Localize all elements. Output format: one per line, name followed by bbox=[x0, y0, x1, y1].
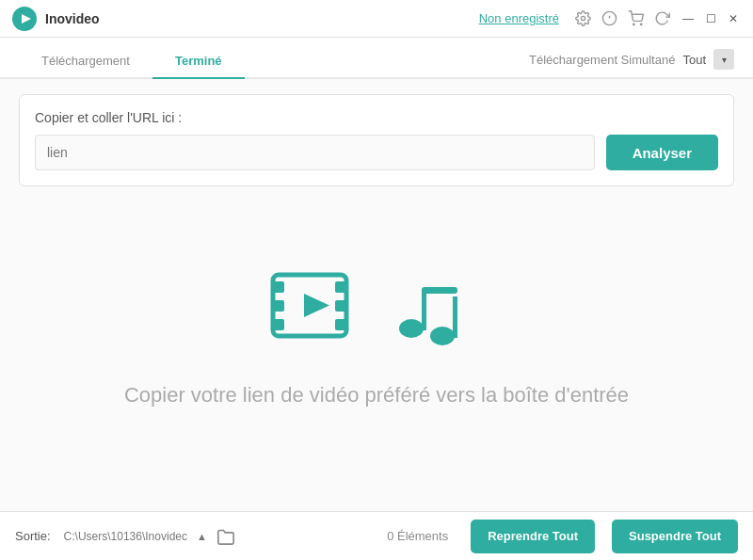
url-section: Copier et coller l'URL ici : Analyser bbox=[19, 94, 734, 186]
url-input-row: Analyser bbox=[35, 135, 718, 170]
svg-point-18 bbox=[430, 327, 455, 345]
footer: Sortie: C:\Users\10136\Inovidec ▲ 0 Élém… bbox=[0, 511, 753, 560]
sortie-label: Sortie: bbox=[15, 529, 51, 543]
window-controls: — ☐ ✕ bbox=[680, 10, 742, 27]
system-icons bbox=[574, 10, 670, 27]
svg-point-7 bbox=[640, 24, 641, 24]
cart-icon[interactable] bbox=[627, 10, 644, 27]
svg-rect-12 bbox=[335, 281, 346, 293]
svg-rect-19 bbox=[453, 296, 457, 338]
maximize-button[interactable]: ☐ bbox=[702, 10, 719, 27]
elements-count: 0 Éléments bbox=[387, 529, 448, 543]
svg-point-16 bbox=[399, 319, 424, 338]
video-icon bbox=[268, 261, 372, 355]
settings-icon[interactable] bbox=[574, 10, 591, 27]
tab-telechargement[interactable]: Téléchargement bbox=[19, 44, 152, 79]
footer-path-arrow: ▲ bbox=[197, 531, 207, 542]
minimize-button[interactable]: — bbox=[680, 10, 697, 27]
svg-rect-17 bbox=[422, 289, 426, 330]
register-link[interactable]: Non enregistré bbox=[479, 11, 559, 25]
svg-rect-14 bbox=[335, 319, 346, 330]
svg-rect-11 bbox=[273, 319, 284, 330]
svg-rect-20 bbox=[422, 287, 457, 294]
suspend-all-button[interactable]: Suspendre Tout bbox=[612, 520, 738, 553]
app-logo bbox=[11, 6, 38, 32]
app-name: Inovideo bbox=[45, 11, 479, 26]
svg-marker-15 bbox=[304, 294, 329, 317]
tab-right-area: Téléchargement Simultané Tout ▾ bbox=[529, 49, 734, 77]
resume-all-button[interactable]: Reprendre Tout bbox=[471, 520, 595, 553]
tab-bar: Téléchargement Terminé Téléchargement Si… bbox=[0, 38, 753, 79]
tout-dropdown-button[interactable]: ▾ bbox=[713, 49, 734, 70]
url-input[interactable] bbox=[35, 135, 595, 170]
footer-path: C:\Users\10136\Inovidec bbox=[64, 530, 187, 543]
empty-state: Copier votre lien de vidéo préféré vers … bbox=[19, 186, 734, 500]
music-icon bbox=[391, 261, 485, 355]
svg-rect-9 bbox=[273, 281, 284, 293]
tout-label: Tout bbox=[682, 53, 706, 67]
refresh-icon[interactable] bbox=[653, 10, 670, 27]
url-label: Copier et coller l'URL ici : bbox=[35, 110, 718, 125]
folder-icon[interactable] bbox=[216, 527, 235, 546]
empty-state-icons bbox=[268, 261, 485, 355]
svg-rect-10 bbox=[273, 300, 284, 312]
main-content: Copier et coller l'URL ici : Analyser bbox=[0, 79, 753, 511]
svg-point-6 bbox=[633, 24, 633, 24]
simultaneous-label: Téléchargement Simultané bbox=[529, 53, 675, 67]
svg-point-2 bbox=[581, 16, 585, 20]
tab-termine[interactable]: Terminé bbox=[152, 44, 245, 79]
svg-rect-13 bbox=[335, 300, 346, 312]
empty-state-message: Copier votre lien de vidéo préféré vers … bbox=[124, 383, 629, 408]
close-button[interactable]: ✕ bbox=[725, 10, 742, 27]
analyze-button[interactable]: Analyser bbox=[606, 135, 718, 170]
title-bar: Inovideo Non enregistré — ☐ ✕ bbox=[0, 0, 753, 38]
info-icon[interactable] bbox=[601, 10, 617, 27]
